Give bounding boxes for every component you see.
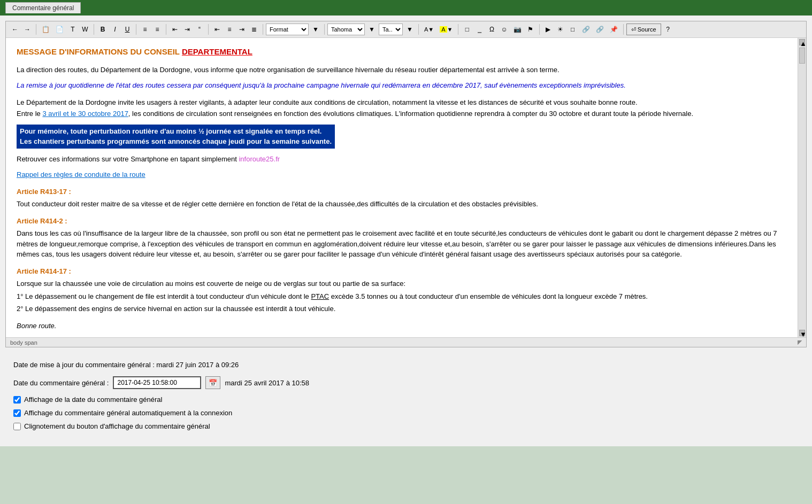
para4a-text: Retrouver ces informations sur votre Sma… (17, 155, 239, 163)
sep2 (94, 24, 94, 35)
date-update-value: mardi 27 juin 2017 à 09:26 (156, 361, 239, 369)
bold-button[interactable]: B (97, 24, 109, 35)
bold-highlight-box: Pour mémoire, toute perturbation routièr… (17, 125, 335, 149)
align-left-button[interactable]: ⇤ (211, 24, 223, 35)
editor-statusbar: body span ◤ (6, 337, 806, 347)
sep11 (623, 24, 624, 35)
redo-button[interactable]: → (21, 24, 33, 35)
recall-link[interactable]: Rappel des règles de conduite de la rout… (17, 170, 145, 179)
underline-button[interactable]: U (121, 24, 133, 35)
font-dropdown-btn[interactable]: ▼ (366, 24, 378, 35)
statusbar-text: body span (10, 339, 37, 346)
table-button[interactable]: □ (461, 24, 473, 35)
article2-title: Article R414-2 : (17, 216, 787, 227)
anchor-button[interactable]: 📌 (607, 24, 621, 35)
ordered-list-button[interactable]: ≡ (151, 24, 163, 35)
ptac-span: PTAC (311, 292, 329, 300)
indent-button[interactable]: ⇥ (181, 24, 193, 35)
para4a: Retrouver ces informations sur votre Sma… (17, 154, 787, 165)
bg-color-button[interactable]: A▼ (437, 24, 455, 35)
checkbox3-input[interactable] (13, 423, 21, 430)
unordered-list-button[interactable]: ≡ (139, 24, 151, 35)
paste-text-button[interactable]: T (67, 24, 79, 35)
toolbar: ← → 📋 📄 T W B I U ≡ ≡ (6, 21, 806, 38)
link-button[interactable]: 🔗 (579, 24, 593, 35)
sep7 (324, 24, 325, 35)
font-size-dropdown-btn[interactable]: ▼ (404, 24, 416, 35)
bold2: Les chantiers perturbants programmés son… (20, 136, 332, 147)
insert-group: □ ⎯ Ω ☺ 📷 ⚑ (461, 24, 536, 35)
format-select[interactable]: Format (266, 24, 309, 35)
italic-button[interactable]: I (109, 24, 121, 35)
checkbox3-label: Clignotement du bouton d'affichage du co… (24, 422, 210, 430)
sep6 (263, 24, 263, 35)
color-group: A▼ A▼ (422, 24, 455, 35)
editor-scrollbar[interactable]: ▲ ▼ (798, 38, 806, 337)
date-comment-label: Date du commentaire général : (13, 379, 109, 387)
para3b: Entre le 3 avril et le 30 octobre 2017, … (17, 108, 787, 119)
help-label: ? (666, 26, 670, 33)
special-char-button[interactable]: Ω (486, 24, 497, 35)
help-button[interactable]: ? (662, 24, 674, 35)
recall-link-para: Rappel des règles de conduite de la rout… (17, 169, 787, 180)
date-input-row: Date du commentaire général : 📅 mardi 25… (13, 376, 799, 389)
align-center-button[interactable]: ≡ (224, 24, 235, 35)
calendar-button[interactable]: 📅 (205, 376, 220, 389)
paste-word-button[interactable]: W (79, 24, 91, 35)
para3b-end: , les conditions de circulation sont ren… (128, 110, 693, 118)
scroll-up-btn[interactable]: ▲ (799, 39, 805, 45)
article1-text: Tout conducteur doit rester maitre de sa… (17, 199, 787, 210)
image-button[interactable]: 📷 (511, 24, 524, 35)
bonne-route: Bonne route. (17, 321, 787, 331)
hr-button[interactable]: ⎯ (473, 24, 485, 35)
article3-text3: 2° Le dépassement des engins de service … (17, 304, 787, 314)
align-justify-button[interactable]: ≣ (248, 24, 260, 35)
iframe-button[interactable]: □ (567, 24, 579, 35)
main-container: ← → 📋 📄 T W B I U ≡ ≡ (0, 15, 812, 446)
date-update-label: Date de mise à jour du commentaire génér… (13, 361, 156, 369)
title-bar: Commentaire général (0, 0, 812, 15)
inforoute-link[interactable]: inforoute25.fr (239, 155, 280, 163)
font-size-select[interactable]: Ta... (379, 24, 403, 35)
article3-text2: 1° Le dépassement ou le changement de fi… (17, 291, 787, 302)
undo-button[interactable]: ← (9, 24, 21, 35)
sep9 (458, 24, 458, 35)
scroll-thumb[interactable] (799, 48, 805, 64)
flash-button[interactable]: ☀ (555, 24, 566, 35)
checkbox1-input[interactable] (13, 396, 21, 404)
para1: La direction des routes, du Département … (17, 65, 787, 75)
sep10 (539, 24, 540, 35)
font-color-button[interactable]: A▼ (422, 24, 436, 35)
blockquote-button[interactable]: “ (194, 24, 205, 35)
checkbox3-row: Clignotement du bouton d'affichage du co… (13, 422, 799, 430)
paste-button[interactable]: 📄 (53, 24, 66, 35)
align-right-button[interactable]: ⇥ (236, 24, 248, 35)
scroll-down-btn[interactable]: ▼ (799, 330, 805, 336)
sep3 (136, 24, 136, 35)
media-button[interactable]: ▶ (542, 24, 554, 35)
date-comment-input[interactable] (113, 376, 201, 389)
window-title-tab: Commentaire général (5, 2, 81, 13)
unlink-button[interactable]: 🔗 (593, 24, 607, 35)
resize-handle-icon[interactable]: ◤ (791, 339, 802, 346)
date-link[interactable]: 3 avril et le 30 octobre 2017 (42, 110, 128, 118)
editor-content[interactable]: MESSAGE D'INFORMATIONS DU CONSEIL DEPART… (6, 38, 798, 337)
checkbox2-input[interactable] (13, 409, 21, 417)
flag-button[interactable]: ⚑ (525, 24, 537, 35)
outdent-button[interactable]: ⇤ (169, 24, 181, 35)
list-group: ≡ ≡ (139, 24, 163, 35)
para3a: Le Département de la Dordogne invite les… (17, 97, 787, 108)
article3-title: Article R414-17 : (17, 266, 787, 277)
media-group: ▶ ☀ □ 🔗 🔗 📌 (542, 24, 621, 35)
window-title: Commentaire général (12, 4, 74, 12)
editor-wrapper: ← → 📋 📄 T W B I U ≡ ≡ (5, 21, 807, 347)
align-group: ⇤ ≡ ⇥ ≣ (211, 24, 260, 35)
indent-group: ⇤ ⇥ “ (169, 24, 205, 35)
format-dropdown-btn[interactable]: ▼ (310, 24, 321, 35)
format-group: B I U (97, 24, 133, 35)
source-button[interactable]: ⏎ Source (626, 24, 661, 35)
font-select[interactable]: Tahoma (327, 24, 365, 35)
emoticon-button[interactable]: ☺ (498, 24, 510, 35)
source-label: Source (638, 26, 656, 33)
copy-button[interactable]: 📋 (39, 24, 52, 35)
